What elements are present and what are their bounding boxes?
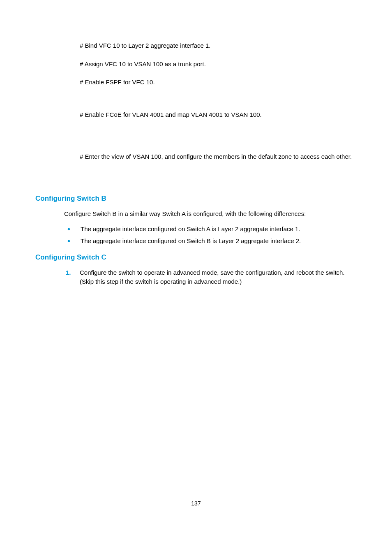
body-paragraph: # Bind VFC 10 to Layer 2 aggregate inter… [35,41,357,51]
body-paragraph: # Enable FSPF for VFC 10. [35,78,357,87]
section-heading-switch-c: Configuring Switch C [35,253,357,262]
list-item: The aggregate interface configured on Sw… [81,236,357,246]
page-number: 137 [0,500,392,507]
body-paragraph: # Enable FCoE for VLAN 4001 and map VLAN… [35,110,357,120]
body-paragraph: # Enter the view of VSAN 100, and config… [35,152,357,162]
bullet-list: The aggregate interface configured on Sw… [35,224,357,246]
item-number: 1. [66,268,80,287]
body-paragraph: # Assign VFC 10 to VSAN 100 as a trunk p… [35,60,357,69]
page-content: # Bind VFC 10 to Layer 2 aggregate inter… [0,0,392,287]
list-item: The aggregate interface configured on Sw… [81,224,357,234]
section-intro: Configure Switch B in a similar way Swit… [35,209,357,219]
item-text: Configure the switch to operate in advan… [80,268,357,287]
numbered-item: 1. Configure the switch to operate in ad… [35,268,357,287]
section-heading-switch-b: Configuring Switch B [35,195,357,203]
